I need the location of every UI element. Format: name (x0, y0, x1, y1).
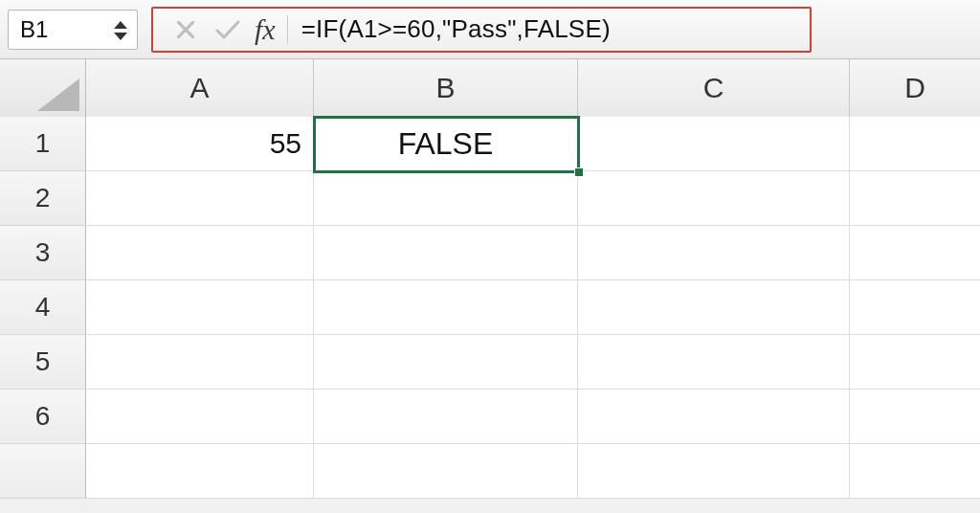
row-5: 5 (0, 335, 980, 390)
chevron-down-icon (110, 31, 131, 42)
cell-C5[interactable] (578, 335, 850, 390)
row-7 (0, 444, 980, 499)
column-header-D[interactable]: D (850, 59, 980, 117)
row-header-3[interactable]: 3 (0, 226, 86, 280)
svg-marker-1 (114, 33, 127, 40)
row-header-4[interactable]: 4 (0, 280, 86, 335)
cell-A2[interactable] (86, 171, 314, 226)
cell-B4[interactable] (314, 280, 578, 335)
cell-C1[interactable] (578, 117, 850, 171)
grid-rows: 1 55 FALSE 2 3 4 5 (0, 117, 980, 499)
cell-B2[interactable] (314, 171, 578, 226)
spreadsheet-grid: A B C D 1 55 FALSE 2 3 4 (0, 59, 980, 499)
cell-D5[interactable] (850, 335, 980, 390)
row-header-5[interactable]: 5 (0, 335, 86, 390)
cell-C3[interactable] (578, 226, 850, 280)
cell-D2[interactable] (850, 171, 980, 226)
formula-bar-row: B1 fx =IF(A1>=60,"Pass",FALSE) (0, 0, 980, 59)
row-3: 3 (0, 226, 980, 280)
row-6: 6 (0, 390, 980, 444)
cell-A4[interactable] (86, 280, 314, 335)
cell-C7[interactable] (578, 444, 850, 499)
cell-A6[interactable] (86, 390, 314, 444)
cell-D6[interactable] (850, 390, 980, 444)
svg-marker-0 (114, 21, 127, 29)
cell-A7[interactable] (86, 444, 314, 499)
chevron-up-icon (110, 19, 131, 31)
cell-D3[interactable] (850, 226, 980, 280)
row-1: 1 55 FALSE (0, 117, 980, 171)
name-box[interactable]: B1 (8, 10, 138, 50)
cell-B7[interactable] (314, 444, 578, 499)
row-2: 2 (0, 171, 980, 226)
cell-D4[interactable] (850, 280, 980, 335)
formula-bar-group: fx =IF(A1>=60,"Pass",FALSE) (151, 7, 812, 53)
cell-A1[interactable]: 55 (86, 117, 314, 171)
formula-input[interactable]: =IF(A1>=60,"Pass",FALSE) (298, 14, 792, 44)
formula-cancel-button[interactable] (165, 11, 207, 49)
column-header-C[interactable]: C (578, 59, 850, 117)
cell-D1[interactable] (850, 117, 980, 171)
column-header-B[interactable]: B (314, 59, 578, 117)
cell-C2[interactable] (578, 171, 850, 226)
cell-B5[interactable] (314, 335, 578, 390)
select-all-corner[interactable] (0, 59, 86, 117)
cell-B6[interactable] (314, 390, 578, 444)
row-header-6[interactable]: 6 (0, 390, 86, 444)
check-icon (213, 17, 242, 42)
row-4: 4 (0, 280, 980, 335)
cell-C6[interactable] (578, 390, 850, 444)
name-box-stepper[interactable] (110, 16, 131, 45)
formula-enter-button[interactable] (207, 11, 249, 49)
row-header-2[interactable]: 2 (0, 171, 86, 226)
close-icon (173, 17, 198, 42)
formula-separator (287, 15, 288, 44)
cell-B1[interactable]: FALSE (314, 117, 578, 171)
column-headers: A B C D (0, 59, 980, 117)
cell-D7[interactable] (850, 444, 980, 499)
cell-B3[interactable] (314, 226, 578, 280)
row-header-1[interactable]: 1 (0, 117, 86, 171)
cell-C4[interactable] (578, 280, 850, 335)
cell-A3[interactable] (86, 226, 314, 280)
cell-A5[interactable] (86, 335, 314, 390)
fill-handle[interactable] (574, 167, 584, 177)
name-box-value: B1 (20, 16, 48, 43)
fx-label[interactable]: fx (249, 13, 281, 46)
column-header-A[interactable]: A (86, 59, 314, 117)
row-header-7[interactable] (0, 444, 86, 499)
